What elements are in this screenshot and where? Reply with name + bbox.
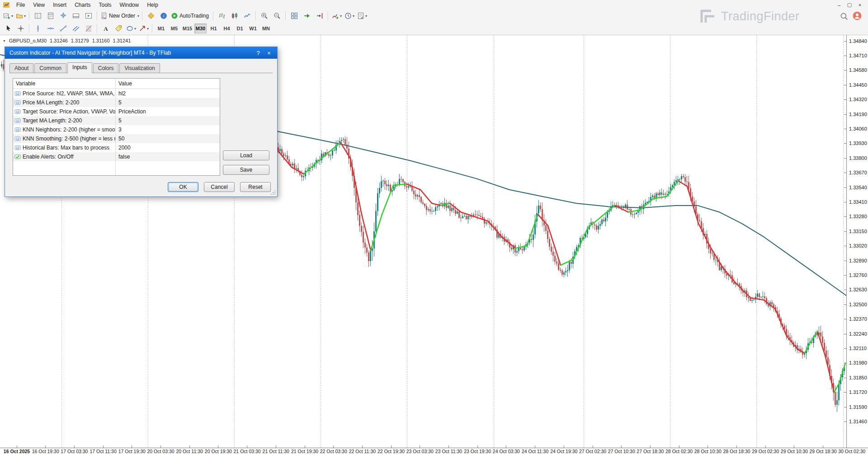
timeframe-m15[interactable]: M15: [181, 23, 193, 33]
chart-candles-button[interactable]: [229, 10, 241, 22]
restore-button[interactable]: ▢: [845, 1, 854, 8]
terminal-button[interactable]: [70, 10, 82, 22]
mql5-community-button[interactable]: i: [158, 10, 170, 22]
input-value[interactable]: 2000: [115, 145, 131, 151]
vertical-line-button[interactable]: [32, 23, 44, 34]
resize-grip[interactable]: [270, 189, 276, 195]
input-value[interactable]: hl2: [115, 90, 126, 97]
input-value[interactable]: 5: [115, 117, 122, 124]
profiles-button[interactable]: ▾: [15, 10, 27, 22]
search-icon[interactable]: [840, 12, 848, 20]
timeframe-h4[interactable]: H4: [221, 23, 233, 33]
input-numeric-icon: 12: [14, 99, 21, 106]
tab-common[interactable]: Common: [34, 63, 66, 73]
dialog-close-button[interactable]: ×: [264, 48, 274, 57]
arrows-icon: [139, 25, 146, 32]
templates-button[interactable]: ▾: [356, 10, 368, 22]
menu-help[interactable]: Help: [143, 1, 162, 9]
fibonacci-button[interactable]: [83, 23, 94, 34]
input-value[interactable]: 50: [115, 136, 124, 142]
input-value[interactable]: PriceAction: [115, 108, 146, 115]
toolbar-separator: [255, 11, 256, 20]
input-row[interactable]: 12KNN Neighbors: 2-200 (higher = smoothe…: [13, 125, 220, 134]
svg-text:12: 12: [16, 137, 19, 140]
periods-button[interactable]: ▾: [344, 10, 355, 22]
chart-line-button[interactable]: [241, 10, 253, 22]
chart-shift-button[interactable]: [314, 10, 326, 22]
load-button[interactable]: Load: [223, 150, 269, 160]
horizontal-line-button[interactable]: [45, 23, 57, 34]
equidistant-channel-button[interactable]: [70, 23, 82, 34]
zoom-out-button[interactable]: [271, 10, 283, 22]
new-order-button[interactable]: New Order▾: [100, 10, 140, 22]
trendline-button[interactable]: [57, 23, 69, 34]
timeframe-w1[interactable]: W1: [247, 23, 259, 33]
navigator-button[interactable]: [57, 10, 69, 22]
arrows-button[interactable]: ▾: [138, 23, 150, 34]
svg-text:A: A: [104, 25, 108, 32]
price-axis-label: 1.34840: [849, 38, 867, 44]
timeframe-h1[interactable]: H1: [208, 23, 220, 33]
text-label-button[interactable]: [113, 23, 124, 34]
menu-insert[interactable]: Insert: [49, 1, 71, 9]
timeframe-m1[interactable]: M1: [155, 23, 167, 33]
tab-colors[interactable]: Colors: [93, 63, 119, 73]
input-row[interactable]: 12KNN Smoothing: 2-500 (higher = less re…: [13, 134, 220, 143]
dialog-titlebar[interactable]: Custom Indicator - AI Trend Navigator [K…: [5, 47, 277, 59]
data-window-button[interactable]: [45, 10, 57, 22]
new-chart-button[interactable]: ▾: [2, 10, 14, 22]
autotrading-button[interactable]: AutoTrading: [170, 10, 211, 22]
menu-file[interactable]: File: [12, 1, 29, 9]
input-value[interactable]: 3: [115, 126, 122, 133]
vline-icon: [34, 25, 42, 32]
dialog-help-button[interactable]: ?: [253, 48, 264, 57]
price-axis-label: 1.33540: [849, 185, 867, 191]
cancel-button[interactable]: Cancel: [204, 182, 235, 192]
metaeditor-button[interactable]: [145, 10, 157, 22]
market-watch-button[interactable]: [32, 10, 44, 22]
timeframe-m5[interactable]: M5: [168, 23, 180, 33]
reset-button[interactable]: Reset: [240, 182, 271, 192]
auto-scroll-button[interactable]: [301, 10, 313, 22]
ok-button[interactable]: OK: [168, 182, 198, 192]
timeframe-m30[interactable]: M30: [194, 23, 207, 33]
time-axis-label: 16 Oct 2025: [4, 449, 30, 454]
app-icon: [3, 1, 10, 9]
zoom-in-button[interactable]: [259, 10, 270, 22]
tab-visualization[interactable]: Visualization: [119, 63, 160, 73]
inputs-table: Variable Value 12Price Source: hl2, VWAP…: [13, 78, 220, 176]
minimize-button[interactable]: –: [835, 1, 844, 8]
indicators-button[interactable]: ▾: [331, 10, 343, 22]
price-axis-label: 1.32760: [849, 272, 867, 278]
strategy-tester-button[interactable]: [83, 10, 94, 22]
menu-window[interactable]: Window: [116, 1, 143, 9]
tile-windows-button[interactable]: [288, 10, 300, 22]
community-avatar[interactable]: [853, 11, 862, 20]
crosshair-button[interactable]: [15, 23, 27, 34]
menu-charts[interactable]: Charts: [71, 1, 94, 9]
input-row[interactable]: 12Historical Bars: Max bars to process20…: [13, 143, 220, 152]
input-row[interactable]: Enable Alerts: On/Offfalse: [13, 152, 220, 161]
menu-view[interactable]: View: [29, 1, 49, 9]
input-row[interactable]: 12Target MA Length: 2-2005: [13, 116, 220, 125]
time-axis[interactable]: 16 Oct 202516 Oct 19:3017 Oct 03:3017 Oc…: [0, 448, 868, 454]
input-value[interactable]: false: [115, 154, 130, 160]
save-button[interactable]: Save: [223, 165, 269, 175]
timeframe-mn[interactable]: MN: [260, 23, 272, 33]
chart-bars-button[interactable]: [216, 10, 228, 22]
timeframe-d1[interactable]: D1: [234, 23, 246, 33]
cursor-button[interactable]: [2, 23, 14, 34]
input-value[interactable]: 5: [115, 99, 122, 106]
tab-about[interactable]: About: [9, 63, 33, 73]
text-button[interactable]: A: [100, 23, 112, 34]
input-row[interactable]: 12Target Source: Price Action, VWAP, Vol…: [13, 107, 220, 116]
price-axis[interactable]: 1.348401.347101.345801.344501.343201.341…: [846, 35, 868, 448]
close-button[interactable]: ×: [855, 1, 864, 8]
toolbar-separator: [142, 11, 143, 20]
input-row[interactable]: 12Price MA Length: 2-2005: [13, 98, 220, 107]
shapes-button[interactable]: ▾: [125, 23, 137, 34]
tab-inputs[interactable]: Inputs: [67, 62, 92, 73]
input-row[interactable]: 12Price Source: hl2, VWAP, SMA, WMA, ...…: [13, 89, 220, 98]
bars-icon: [218, 12, 226, 19]
menu-tools[interactable]: Tools: [95, 1, 116, 9]
